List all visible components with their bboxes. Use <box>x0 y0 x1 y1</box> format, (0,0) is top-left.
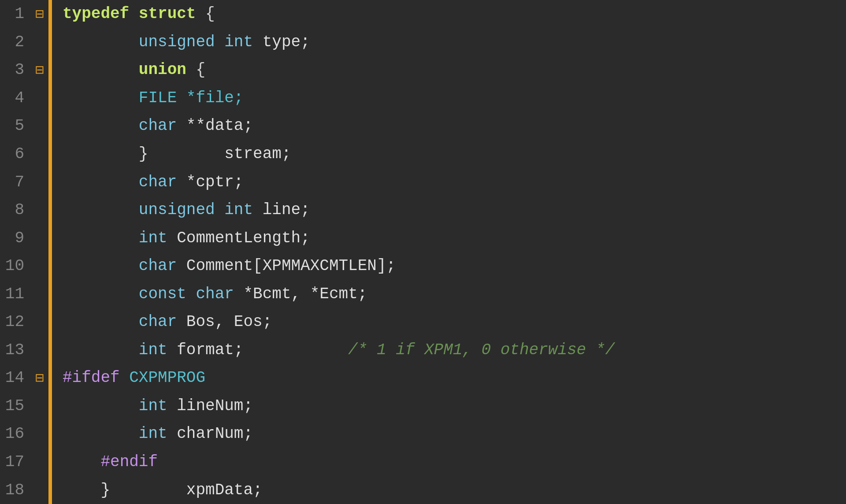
table-row: 4 FILE *file; <box>0 84 846 112</box>
code-table: 1⊟typedef struct {2 unsigned int type;3⊟… <box>0 0 846 504</box>
fold-marker <box>31 224 48 252</box>
code-line: typedef struct { <box>52 0 846 28</box>
table-row: 16 int charNum; <box>0 420 846 448</box>
code-line: #ifdef CXPMPROG <box>52 364 846 392</box>
table-row: 3⊟ union { <box>0 56 846 84</box>
code-line: unsigned int line; <box>52 196 846 224</box>
line-number: 7 <box>0 168 31 196</box>
table-row: 12 char Bos, Eos; <box>0 308 846 336</box>
line-number: 5 <box>0 112 31 140</box>
fold-marker <box>31 28 48 56</box>
fold-marker <box>31 308 48 336</box>
line-number: 1 <box>0 0 31 28</box>
line-number: 18 <box>0 476 31 504</box>
orange-bar <box>48 392 52 420</box>
orange-bar <box>48 28 52 56</box>
fold-marker <box>31 252 48 280</box>
fold-marker <box>31 140 48 168</box>
table-row: 13 int format; /* 1 if XPM1, 0 otherwise… <box>0 336 846 364</box>
line-number: 8 <box>0 196 31 224</box>
orange-bar <box>48 0 52 28</box>
code-editor: 1⊟typedef struct {2 unsigned int type;3⊟… <box>0 0 846 504</box>
table-row: 15 int lineNum; <box>0 392 846 420</box>
orange-bar <box>48 224 52 252</box>
fold-marker[interactable]: ⊟ <box>31 0 48 28</box>
table-row: 9 int CommentLength; <box>0 224 846 252</box>
fold-marker <box>31 168 48 196</box>
line-number: 15 <box>0 392 31 420</box>
fold-marker <box>31 476 48 504</box>
orange-bar <box>48 336 52 364</box>
fold-marker[interactable]: ⊟ <box>31 56 48 84</box>
code-line: } stream; <box>52 140 846 168</box>
fold-marker <box>31 392 48 420</box>
line-number: 6 <box>0 140 31 168</box>
code-line: int charNum; <box>52 420 846 448</box>
code-line: char **data; <box>52 112 846 140</box>
orange-bar <box>48 56 52 84</box>
orange-bar <box>48 140 52 168</box>
fold-marker <box>31 112 48 140</box>
orange-bar <box>48 420 52 448</box>
orange-bar <box>48 364 52 392</box>
line-number: 13 <box>0 336 31 364</box>
orange-bar <box>48 308 52 336</box>
code-line: } xpmData; <box>52 476 846 504</box>
line-number: 2 <box>0 28 31 56</box>
table-row: 11 const char *Bcmt, *Ecmt; <box>0 280 846 308</box>
orange-bar <box>48 448 52 476</box>
table-row: 5 char **data; <box>0 112 846 140</box>
line-number: 17 <box>0 448 31 476</box>
line-number: 14 <box>0 364 31 392</box>
code-line: int lineNum; <box>52 392 846 420</box>
table-row: 14⊟#ifdef CXPMPROG <box>0 364 846 392</box>
table-row: 18 } xpmData; <box>0 476 846 504</box>
code-line: char *cptr; <box>52 168 846 196</box>
fold-marker <box>31 448 48 476</box>
orange-bar <box>48 168 52 196</box>
table-row: 6 } stream; <box>0 140 846 168</box>
fold-marker[interactable]: ⊟ <box>31 364 48 392</box>
line-number: 12 <box>0 308 31 336</box>
table-row: 17 #endif <box>0 448 846 476</box>
orange-bar <box>48 476 52 504</box>
code-line: union { <box>52 56 846 84</box>
line-number: 3 <box>0 56 31 84</box>
code-line: const char *Bcmt, *Ecmt; <box>52 280 846 308</box>
fold-marker <box>31 196 48 224</box>
line-number: 11 <box>0 280 31 308</box>
table-row: 7 char *cptr; <box>0 168 846 196</box>
code-line: unsigned int type; <box>52 28 846 56</box>
fold-marker <box>31 84 48 112</box>
fold-marker <box>31 280 48 308</box>
line-number: 9 <box>0 224 31 252</box>
code-line: #endif <box>52 448 846 476</box>
line-number: 16 <box>0 420 31 448</box>
table-row: 10 char Comment[XPMMAXCMTLEN]; <box>0 252 846 280</box>
fold-marker <box>31 336 48 364</box>
orange-bar <box>48 112 52 140</box>
table-row: 8 unsigned int line; <box>0 196 846 224</box>
table-row: 2 unsigned int type; <box>0 28 846 56</box>
fold-marker <box>31 420 48 448</box>
orange-bar <box>48 280 52 308</box>
orange-bar <box>48 252 52 280</box>
code-line: FILE *file; <box>52 84 846 112</box>
orange-bar <box>48 196 52 224</box>
code-line: int format; /* 1 if XPM1, 0 otherwise */ <box>52 336 846 364</box>
code-line: int CommentLength; <box>52 224 846 252</box>
table-row: 1⊟typedef struct { <box>0 0 846 28</box>
line-number: 10 <box>0 252 31 280</box>
code-line: char Bos, Eos; <box>52 308 846 336</box>
code-line: char Comment[XPMMAXCMTLEN]; <box>52 252 846 280</box>
line-number: 4 <box>0 84 31 112</box>
orange-bar <box>48 84 52 112</box>
